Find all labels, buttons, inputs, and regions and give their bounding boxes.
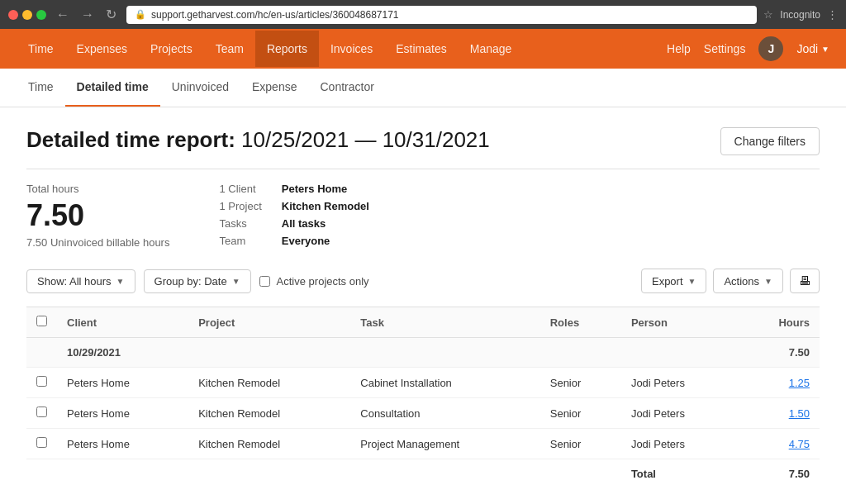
export-button[interactable]: Export ▼ [641, 269, 706, 293]
total-hours: 7.50 [739, 459, 820, 489]
url-bar[interactable]: 🔒 support.getharvest.com/hc/en-us/articl… [126, 6, 757, 24]
row1-client: Peters Home [57, 368, 188, 398]
row3-hours[interactable]: 4.75 [739, 429, 820, 459]
show-dropdown-label: Show: All hours [37, 275, 112, 288]
subnav-uninvoiced[interactable]: Uninvoiced [160, 69, 240, 107]
col-project: Project [188, 307, 350, 338]
row2-project: Kitchen Remodel [188, 398, 350, 429]
total-row: Total 7.50 [26, 459, 820, 489]
row2-checkbox[interactable] [36, 407, 47, 417]
report-header: Detailed time report: 10/25/2021 — 10/31… [26, 127, 820, 155]
report-date-range: 10/25/2021 — 10/31/2021 [241, 127, 490, 152]
stats-right: 1 Client Peters Home 1 Project Kitchen R… [219, 183, 369, 249]
table-row: Peters Home Kitchen Remodel Cabinet Inst… [26, 368, 820, 398]
stat-client-key: 1 Client [219, 183, 261, 197]
stat-project-key: 1 Project [219, 200, 261, 214]
stat-client-val: Peters Home [282, 183, 369, 197]
group-by-label: Group by: Date [154, 275, 227, 288]
actions-label: Actions [724, 275, 759, 288]
active-projects-label: Active projects only [277, 275, 369, 288]
change-filters-button[interactable]: Change filters [720, 127, 820, 155]
user-name: Jodi [796, 42, 818, 55]
actions-caret-icon: ▼ [764, 277, 772, 286]
incognito-label: Incognito [780, 9, 820, 21]
row3-checkbox[interactable] [36, 437, 47, 448]
nav-item-reports[interactable]: Reports [255, 31, 319, 67]
help-link[interactable]: Help [667, 42, 691, 55]
row3-roles: Senior [540, 429, 621, 459]
subnav-contractor[interactable]: Contractor [308, 69, 385, 107]
bookmark-icon[interactable]: ☆ [763, 8, 773, 21]
print-button[interactable]: 🖶 [790, 269, 820, 293]
row1-hours-link[interactable]: 1.25 [789, 377, 810, 389]
stat-team-key: Team [219, 235, 261, 249]
date-group-date: 10/29/2021 [57, 338, 739, 368]
active-projects-checkbox[interactable] [259, 276, 270, 287]
minimize-dot [22, 10, 32, 20]
date-group-hours: 7.50 [739, 338, 820, 368]
stat-team-val: Everyone [282, 235, 369, 249]
subnav-expense[interactable]: Expense [240, 69, 308, 107]
top-nav: Time Expenses Projects Team Reports Invo… [0, 29, 846, 69]
row2-task: Consultation [350, 398, 539, 429]
row3-person: Jodi Peters [621, 429, 739, 459]
total-empty2 [57, 459, 188, 489]
show-dropdown[interactable]: Show: All hours ▼ [26, 269, 135, 293]
total-empty3 [188, 459, 350, 489]
show-caret-icon: ▼ [116, 277, 125, 286]
row2-hours-link[interactable]: 1.50 [789, 407, 810, 420]
report-title: Detailed time report: 10/25/2021 — 10/31… [26, 127, 490, 153]
select-all-checkbox[interactable] [36, 316, 47, 326]
row1-project: Kitchen Remodel [188, 368, 350, 398]
total-hours-value: 7.50 [26, 198, 169, 233]
user-menu[interactable]: Jodi ▼ [796, 42, 829, 55]
nav-item-time[interactable]: Time [17, 31, 65, 67]
toolbar: Show: All hours ▼ Group by: Date ▼ Activ… [26, 269, 820, 293]
nav-item-team[interactable]: Team [204, 31, 255, 67]
nav-item-estimates[interactable]: Estimates [384, 31, 458, 67]
nav-item-expenses[interactable]: Expenses [65, 31, 139, 67]
print-icon: 🖶 [799, 274, 810, 288]
table-row: Peters Home Kitchen Remodel Consultation… [26, 398, 820, 429]
row1-checkbox[interactable] [36, 376, 47, 387]
row1-hours[interactable]: 1.25 [739, 368, 820, 398]
row3-project: Kitchen Remodel [188, 429, 350, 459]
sub-nav: Time Detailed time Uninvoiced Expense Co… [0, 69, 846, 107]
subnav-time[interactable]: Time [17, 69, 65, 107]
nav-items: Time Expenses Projects Team Reports Invo… [17, 31, 667, 67]
col-task: Task [350, 307, 539, 338]
row1-task: Cabinet Installation [350, 368, 539, 398]
col-roles: Roles [540, 307, 621, 338]
browser-actions: ☆ [763, 8, 773, 21]
browser-chrome: ← → ↻ 🔒 support.getharvest.com/hc/en-us/… [0, 0, 846, 29]
col-checkbox [26, 307, 57, 338]
more-options-button[interactable]: ⋮ [827, 8, 838, 21]
row3-hours-link[interactable]: 4.75 [789, 438, 810, 450]
stat-tasks-val: All tasks [282, 217, 369, 231]
back-button[interactable]: ← [53, 5, 73, 24]
nav-item-invoices[interactable]: Invoices [319, 31, 384, 67]
export-label: Export [652, 275, 683, 288]
actions-button[interactable]: Actions ▼ [713, 269, 783, 293]
row3-task: Project Management [350, 429, 539, 459]
billable-hours-label: 7.50 Uninvoiced billable hours [26, 236, 169, 249]
row2-person: Jodi Peters [621, 398, 739, 429]
total-empty1 [26, 459, 57, 489]
stat-tasks-key: Tasks [219, 217, 261, 231]
row3-client: Peters Home [57, 429, 188, 459]
nav-item-projects[interactable]: Projects [139, 31, 204, 67]
forward-button[interactable]: → [78, 5, 97, 24]
row1-roles: Senior [540, 368, 621, 398]
stat-project-val: Kitchen Remodel [282, 200, 369, 214]
row2-roles: Senior [540, 398, 621, 429]
settings-link[interactable]: Settings [704, 42, 746, 55]
nav-item-manage[interactable]: Manage [459, 31, 524, 67]
active-projects-filter[interactable]: Active projects only [259, 275, 369, 288]
reload-button[interactable]: ↻ [102, 5, 120, 24]
table-row: Peters Home Kitchen Remodel Project Mana… [26, 429, 820, 459]
row2-hours[interactable]: 1.50 [739, 398, 820, 429]
row1-checkbox-cell [26, 368, 57, 398]
row2-client: Peters Home [57, 398, 188, 429]
subnav-detailed-time[interactable]: Detailed time [65, 69, 160, 107]
group-by-dropdown[interactable]: Group by: Date ▼ [144, 269, 251, 293]
